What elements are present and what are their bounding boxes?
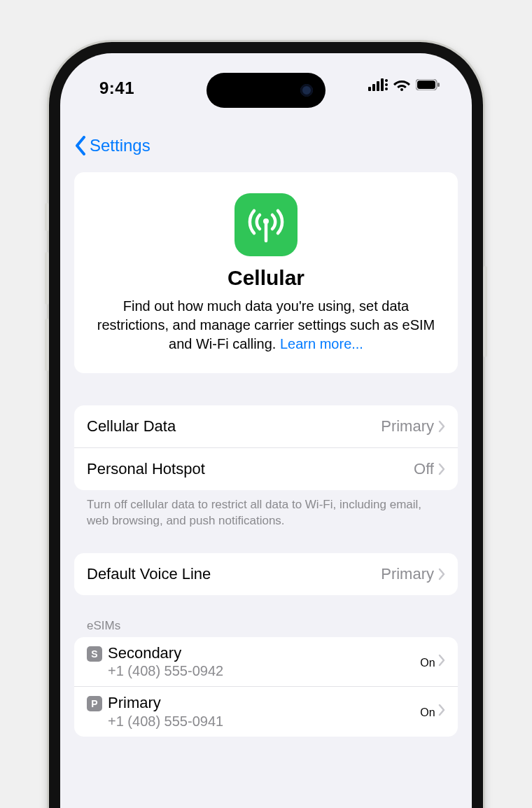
svg-point-7 xyxy=(400,88,403,91)
row-value: Off xyxy=(414,460,434,478)
chevron-right-icon xyxy=(438,420,445,433)
chevron-right-icon xyxy=(438,568,445,580)
row-label: Cellular Data xyxy=(87,417,176,436)
sim-number: +1 (408) 555-0941 xyxy=(108,713,223,730)
status-time: 9:41 xyxy=(99,78,134,98)
volume-up-button xyxy=(45,252,49,305)
svg-rect-3 xyxy=(381,78,384,91)
wifi-icon xyxy=(393,78,410,91)
sim-status: On xyxy=(420,706,435,718)
volume-down-button xyxy=(45,319,49,371)
sim-name: Primary xyxy=(108,694,223,712)
hero-description: Find out how much data you're using, set… xyxy=(91,297,441,354)
cellular-antenna-icon xyxy=(234,193,298,256)
svg-rect-1 xyxy=(372,84,375,91)
cellular-hero-card: Cellular Find out how much data you're u… xyxy=(74,172,458,373)
svg-point-11 xyxy=(263,218,269,224)
battery-icon xyxy=(416,79,440,90)
power-button xyxy=(483,266,487,357)
esims-group: S Secondary +1 (408) 555-0942 On xyxy=(74,637,458,737)
svg-point-6 xyxy=(385,88,388,90)
svg-rect-2 xyxy=(377,81,379,91)
chevron-left-icon xyxy=(74,136,87,155)
row-cellular-data[interactable]: Cellular Data Primary xyxy=(74,405,458,447)
sim-name: Secondary xyxy=(108,644,223,662)
svg-rect-9 xyxy=(417,81,435,89)
svg-point-4 xyxy=(385,79,388,82)
phone-frame: 9:41 xyxy=(49,42,483,808)
row-value: Primary xyxy=(381,417,434,436)
chevron-right-icon xyxy=(438,654,445,667)
group-footnote: Turn off cellular data to restrict all d… xyxy=(74,490,458,529)
sim-badge-icon: S xyxy=(87,646,102,662)
cellular-signal-icon xyxy=(368,78,388,91)
cellular-options-group: Cellular Data Primary Personal Hotspot O… xyxy=(74,405,458,490)
sim-status: On xyxy=(420,657,435,669)
svg-rect-10 xyxy=(438,83,440,87)
back-label: Settings xyxy=(90,136,150,155)
svg-rect-0 xyxy=(368,87,371,91)
svg-point-5 xyxy=(385,83,388,86)
page-title: Cellular xyxy=(91,266,441,290)
back-button[interactable]: Settings xyxy=(74,136,150,155)
content-scroll[interactable]: Cellular Find out how much data you're u… xyxy=(60,172,472,808)
row-default-voice-line[interactable]: Default Voice Line Primary xyxy=(74,553,458,595)
esim-row-primary[interactable]: P Primary +1 (408) 555-0941 On xyxy=(74,686,458,736)
row-label: Personal Hotspot xyxy=(87,460,205,478)
sim-badge-icon: P xyxy=(87,696,102,711)
mute-switch xyxy=(45,203,49,231)
chevron-right-icon xyxy=(438,463,445,475)
esim-row-secondary[interactable]: S Secondary +1 (408) 555-0942 On xyxy=(74,637,458,686)
status-bar: 9:41 xyxy=(60,53,472,116)
row-personal-hotspot[interactable]: Personal Hotspot Off xyxy=(74,447,458,490)
voice-line-group: Default Voice Line Primary xyxy=(74,553,458,595)
sim-number: +1 (408) 555-0942 xyxy=(108,662,223,679)
screen: 9:41 xyxy=(60,53,472,808)
row-label: Default Voice Line xyxy=(87,565,211,583)
esims-header: eSIMs xyxy=(74,619,458,637)
chevron-right-icon xyxy=(438,704,445,716)
learn-more-link[interactable]: Learn more... xyxy=(280,336,363,351)
row-value: Primary xyxy=(381,565,434,583)
